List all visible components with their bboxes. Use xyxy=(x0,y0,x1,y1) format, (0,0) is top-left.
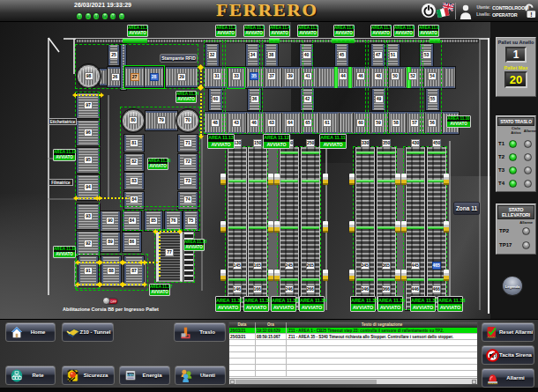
svg-text:kWh: kWh xyxy=(127,374,135,377)
svg-text:!: ! xyxy=(530,11,532,18)
